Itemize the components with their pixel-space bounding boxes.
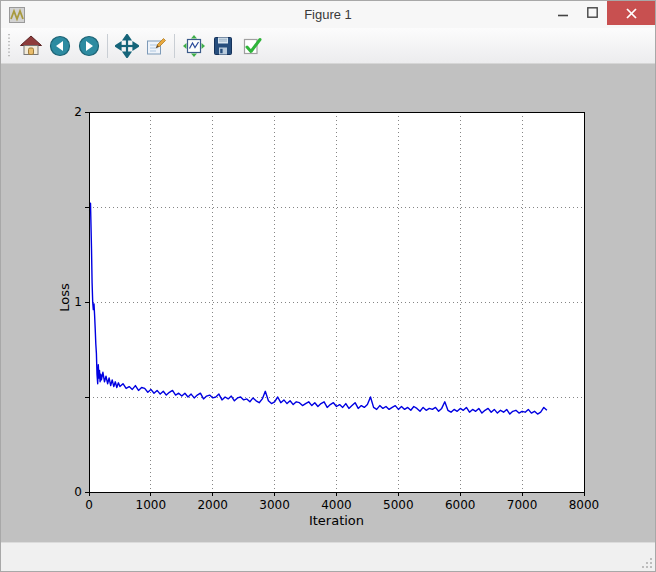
resize-grip-icon[interactable] xyxy=(641,557,653,569)
y-tick-label: 0 xyxy=(74,485,82,499)
back-icon xyxy=(48,34,72,58)
x-tick-label: 4000 xyxy=(321,498,352,512)
y-tick-label: 2 xyxy=(74,105,82,119)
toolbar-separator xyxy=(174,34,175,58)
maximize-button[interactable] xyxy=(578,1,607,24)
x-axis-label: Iteration xyxy=(89,513,584,528)
home-icon xyxy=(19,34,43,58)
x-tick-label: 1000 xyxy=(136,498,167,512)
forward-button[interactable] xyxy=(74,31,103,60)
forward-icon xyxy=(77,34,101,58)
figure-window: Figure 1 xyxy=(0,0,656,572)
status-bar xyxy=(1,542,655,571)
close-icon xyxy=(626,8,637,19)
customize-button[interactable] xyxy=(237,31,266,60)
configure-subplots-button[interactable] xyxy=(179,31,208,60)
close-button[interactable] xyxy=(607,1,655,25)
x-tick-label: 3000 xyxy=(259,498,290,512)
zoom-to-rect-icon xyxy=(144,34,168,58)
toolbar-separator xyxy=(107,34,108,58)
figure-canvas[interactable]: 010002000300040005000600070008000012 Ite… xyxy=(1,64,655,542)
x-tick-label: 7000 xyxy=(507,498,538,512)
save-icon xyxy=(211,34,235,58)
zoom-to-rect-button[interactable] xyxy=(141,31,170,60)
minimize-button[interactable] xyxy=(549,1,578,24)
y-axis-label: Loss xyxy=(57,278,72,318)
pan-icon xyxy=(115,34,139,58)
configure-subplots-icon xyxy=(182,34,206,58)
title-bar[interactable]: Figure 1 xyxy=(1,1,655,28)
x-tick-label: 2000 xyxy=(197,498,228,512)
home-button[interactable] xyxy=(16,31,45,60)
plot-area[interactable]: 010002000300040005000600070008000012 xyxy=(1,64,655,542)
navigation-toolbar xyxy=(1,28,655,64)
save-button[interactable] xyxy=(208,31,237,60)
back-button[interactable] xyxy=(45,31,74,60)
x-tick-label: 0 xyxy=(85,498,93,512)
pan-button[interactable] xyxy=(112,31,141,60)
window-controls xyxy=(549,1,655,25)
x-tick-label: 8000 xyxy=(569,498,600,512)
y-tick-label: 1 xyxy=(74,295,82,309)
toolbar-grip[interactable] xyxy=(6,33,12,59)
customize-icon xyxy=(240,34,264,58)
x-tick-label: 6000 xyxy=(445,498,476,512)
x-tick-label: 5000 xyxy=(383,498,414,512)
